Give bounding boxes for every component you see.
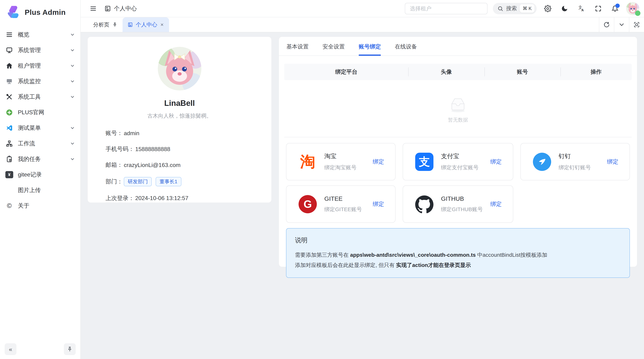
sidebar-item-label: 系统监控 — [18, 77, 65, 85]
tab-close-icon[interactable]: × — [160, 22, 164, 27]
sidebar-item-image-upload[interactable]: 图片上传 — [0, 182, 80, 198]
tab-label: 分析页 — [93, 21, 109, 28]
chevron-down-icon — [70, 63, 75, 68]
column-platform: 绑定平台 — [284, 68, 408, 76]
user-avatar[interactable] — [626, 2, 639, 15]
breadcrumb-label: 个人中心 — [114, 5, 137, 12]
logo-icon — [5, 5, 21, 20]
content-maximize-button[interactable] — [629, 17, 644, 32]
sidebar-item-about[interactable]: © 关于 — [0, 198, 80, 213]
sidebar-item-workflow[interactable]: 工作流 — [0, 136, 80, 151]
bind-github-link[interactable]: 绑定 — [490, 200, 502, 208]
refresh-icon — [603, 21, 610, 28]
screen-icon — [5, 77, 13, 85]
platform-name: GITEE — [324, 195, 365, 202]
field-label: 上次登录： — [106, 194, 134, 202]
tab-menu-button[interactable] — [614, 17, 629, 32]
sidebar-item-overview[interactable]: 概览 — [0, 27, 80, 42]
column-account: 账号 — [484, 68, 560, 76]
dingtalk-icon — [533, 153, 551, 171]
sidebar-item-tenant-management[interactable]: 租户管理 — [0, 58, 80, 73]
platform-card-github: GITHUB 绑定GITHUB账号 绑定 — [403, 185, 513, 223]
sidebar: Plus Admin 概览 系统管理 租户管理 — [0, 0, 81, 359]
tenant-select-input[interactable] — [405, 3, 488, 14]
global-search-button[interactable]: 搜索 ⌘ K — [493, 3, 537, 14]
chevron-down-icon — [70, 157, 75, 162]
empty-icon-slot — [5, 186, 13, 194]
tab-online-devices[interactable]: 在线设备 — [395, 43, 417, 55]
field-value: 2024-10-06 13:12:57 — [135, 195, 188, 202]
sidebar-item-plus-website[interactable]: PLUS官网 — [0, 105, 80, 120]
clipboard-icon — [5, 155, 13, 163]
field-label: 账号： — [106, 129, 123, 137]
sidebar-item-system-management[interactable]: 系统管理 — [0, 42, 80, 58]
note-text: 中accountBindList按模板添加 — [476, 252, 547, 258]
column-avatar: 头像 — [408, 68, 484, 76]
sidebar-pin-button[interactable] — [64, 343, 76, 355]
binding-table-header: 绑定平台 头像 账号 操作 — [284, 64, 632, 80]
field-value: 15888888888 — [135, 146, 170, 152]
sidebar-item-my-tasks[interactable]: 我的任务 — [0, 151, 80, 167]
bind-gitee-link[interactable]: 绑定 — [373, 200, 384, 208]
profile-avatar — [158, 47, 202, 90]
sidebar-item-test-menu[interactable]: 测试菜单 — [0, 120, 80, 136]
logo[interactable]: Plus Admin — [0, 0, 80, 24]
chevron-down-icon — [618, 21, 625, 28]
search-icon — [498, 6, 503, 11]
department-badge: 研发部门 — [124, 177, 152, 186]
sidebar-toggle-button[interactable] — [88, 3, 99, 14]
copyright-icon: © — [5, 202, 13, 210]
platform-desc: 绑定支付宝账号 — [441, 164, 483, 171]
sidebar-item-label: 系统工具 — [18, 93, 65, 101]
column-actions: 操作 — [560, 68, 632, 76]
platform-desc: 绑定GITEE账号 — [324, 206, 365, 213]
search-label: 搜索 — [506, 5, 517, 12]
bind-alipay-link[interactable]: 绑定 — [490, 158, 502, 166]
tab-profile-center[interactable]: 个人中心 × — [122, 17, 169, 32]
app-root: Plus Admin 概览 系统管理 租户管理 — [0, 0, 644, 359]
hamburger-icon — [90, 5, 97, 12]
tab-basic-settings[interactable]: 基本设置 — [286, 43, 308, 55]
refresh-button[interactable] — [599, 17, 614, 32]
sidebar-collapse-button[interactable]: « — [5, 343, 16, 355]
sidebar-item-system-tools[interactable]: 系统工具 — [0, 89, 80, 105]
platform-card-gitee: G GITEE 绑定GITEE账号 绑定 — [286, 185, 396, 223]
bind-taobao-link[interactable]: 绑定 — [373, 158, 384, 166]
note-text: 需要添加第三方账号在 — [295, 252, 350, 258]
field-label: 邮箱： — [106, 161, 123, 169]
workflow-icon — [5, 140, 13, 147]
field-value: admin — [124, 130, 139, 137]
tab-security-settings[interactable]: 安全设置 — [322, 43, 345, 55]
sidebar-item-gitee-records[interactable]: ¥ gitee记录 — [0, 167, 80, 182]
bind-dingtalk-link[interactable]: 绑定 — [607, 158, 618, 166]
chevron-down-icon — [70, 125, 75, 130]
note-line-1: 需要添加第三方账号在 apps\web-antd\src\views\_core… — [295, 251, 621, 259]
chevron-down-icon — [70, 32, 75, 37]
tab-account-binding[interactable]: 账号绑定 — [359, 43, 381, 55]
settings-button[interactable] — [542, 3, 554, 14]
page-content: LinaBell 古木向人秋，惊蓬掠鬓稠。 账号： admin 手机号码： 15… — [81, 32, 644, 359]
fullscreen-icon — [595, 5, 602, 12]
alipay-icon: 支 — [415, 153, 434, 171]
settings-tabs: 基本设置 安全设置 账号绑定 在线设备 — [279, 37, 637, 56]
theme-toggle-button[interactable] — [559, 3, 570, 14]
platform-desc: 绑定GITHUB账号 — [441, 206, 483, 213]
chevron-down-icon — [70, 48, 75, 53]
profile-card: LinaBell 古木向人秋，惊蓬掠鬓稠。 账号： admin 手机号码： 15… — [88, 37, 272, 203]
chevron-down-icon — [70, 141, 75, 146]
search-shortcut: ⌘ K — [520, 4, 534, 13]
tab-analysis[interactable]: 分析页 — [88, 17, 122, 32]
sidebar-item-system-monitor[interactable]: 系统监控 — [0, 73, 80, 89]
sidebar-item-label: 测试菜单 — [18, 124, 65, 132]
app-title: Plus Admin — [25, 8, 66, 17]
home-icon — [5, 62, 13, 70]
field-department: 部门： 研发部门 董事长1 — [106, 177, 254, 186]
empty-text: 暂无数据 — [448, 117, 468, 123]
language-button[interactable]: 文 A — [576, 3, 587, 14]
sidebar-item-label: 租户管理 — [18, 62, 65, 70]
platform-card-taobao: 淘 淘宝 绑定淘宝账号 绑定 — [286, 143, 396, 180]
fullscreen-button[interactable] — [592, 3, 604, 14]
notifications-button[interactable] — [609, 3, 621, 14]
settings-panel: 基本设置 安全设置 账号绑定 在线设备 绑定平台 头像 账号 操作 — [279, 37, 637, 267]
gitee-icon: G — [298, 195, 317, 213]
